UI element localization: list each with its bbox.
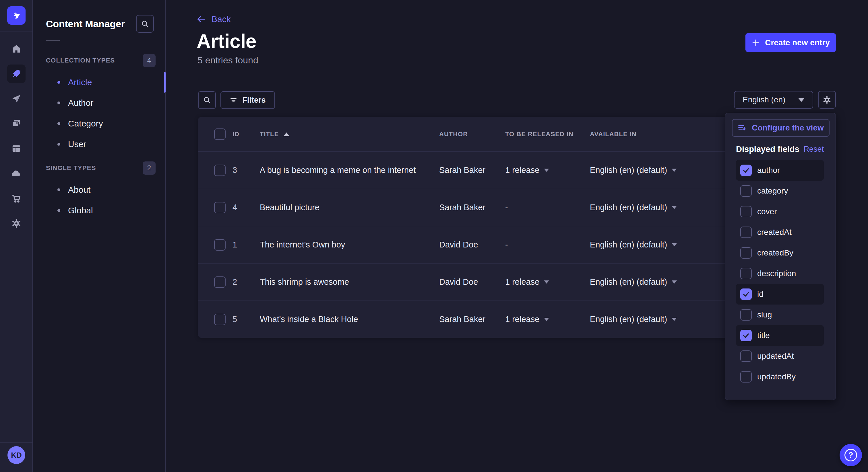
filters-label: Filters: [242, 96, 266, 105]
check-icon: [741, 186, 748, 193]
collection-types-section: COLLECTION TYPES 4 Article Author Catego…: [33, 54, 165, 155]
field-checkbox[interactable]: [740, 247, 752, 259]
sidebar-item[interactable]: User: [33, 134, 165, 155]
field-checkbox[interactable]: [740, 371, 752, 382]
rail-item-content-manager[interactable]: [7, 65, 26, 83]
field-toggle-row[interactable]: cover: [736, 201, 824, 222]
column-header-title[interactable]: TITLE: [260, 131, 439, 138]
field-checkbox[interactable]: [740, 330, 752, 341]
strapi-logo[interactable]: [7, 6, 26, 25]
table-row[interactable]: 5 What's inside a Black Hole Sarah Baker…: [198, 301, 727, 338]
field-checkbox[interactable]: [740, 185, 752, 197]
sidebar-item[interactable]: Category: [33, 113, 165, 134]
field-toggle-row[interactable]: createdAt: [736, 222, 824, 243]
configure-view-button[interactable]: Configure the view: [732, 119, 830, 137]
view-settings-button[interactable]: [818, 91, 836, 109]
chevron-down-icon: [672, 206, 677, 209]
field-checkbox[interactable]: [740, 289, 752, 300]
column-header-available[interactable]: AVAILABLE IN: [590, 131, 727, 138]
field-toggle-row[interactable]: updatedBy: [736, 367, 824, 387]
table-row[interactable]: 1 The internet's Own boy David Doe - Eng…: [198, 226, 727, 263]
cell-available[interactable]: English (en) (default): [590, 240, 727, 249]
field-checkbox[interactable]: [740, 309, 752, 321]
sidebar-search-button[interactable]: [136, 15, 154, 33]
field-checkbox[interactable]: [740, 165, 752, 176]
field-toggle-row[interactable]: description: [736, 263, 824, 284]
filters-button[interactable]: Filters: [220, 91, 275, 109]
sidebar-item[interactable]: Global: [33, 200, 165, 221]
field-checkbox[interactable]: [740, 268, 752, 279]
cell-released[interactable]: -: [505, 203, 590, 212]
cell-available[interactable]: English (en) (default): [590, 165, 727, 175]
collection-types-label: COLLECTION TYPES: [46, 57, 115, 64]
column-header-author[interactable]: AUTHOR: [439, 131, 505, 138]
help-button[interactable]: ?: [840, 444, 862, 466]
cell-released[interactable]: 1 release: [505, 314, 590, 324]
field-checkbox[interactable]: [740, 350, 752, 362]
back-link[interactable]: Back: [197, 14, 231, 24]
collection-types-count-badge: 4: [143, 54, 156, 67]
rail-item-home[interactable]: [7, 40, 26, 58]
chevron-down-icon: [672, 169, 677, 172]
rail-item-purchases[interactable]: [7, 189, 26, 208]
cell-released[interactable]: 1 release: [505, 277, 590, 287]
field-checkbox[interactable]: [740, 206, 752, 217]
row-checkbox[interactable]: [214, 239, 226, 250]
select-all-checkbox[interactable]: [214, 129, 226, 140]
rail-item-cloud[interactable]: [7, 164, 26, 183]
field-label: createdAt: [757, 228, 792, 237]
field-label: category: [757, 187, 788, 196]
bullet-icon: [57, 189, 60, 191]
row-checkbox[interactable]: [214, 202, 226, 213]
field-label: createdBy: [757, 248, 794, 258]
user-avatar[interactable]: KD: [7, 446, 25, 464]
cell-id: 4: [232, 203, 260, 212]
cell-available[interactable]: English (en) (default): [590, 314, 727, 324]
field-toggle-row[interactable]: title: [736, 325, 824, 346]
sidebar-item[interactable]: About: [33, 179, 165, 200]
sidebar-item-label: About: [68, 185, 90, 195]
row-checkbox[interactable]: [214, 165, 226, 176]
field-toggle-row[interactable]: author: [736, 160, 824, 181]
table-row[interactable]: 3 A bug is becoming a meme on the intern…: [198, 151, 727, 189]
cell-title: Beautiful picture: [260, 203, 439, 212]
rail-item-settings[interactable]: [7, 214, 26, 233]
chevron-down-icon: [798, 98, 805, 102]
field-toggle-row[interactable]: updatedAt: [736, 346, 824, 367]
rail-item-media-library[interactable]: [7, 114, 26, 133]
field-toggle-row[interactable]: slug: [736, 305, 824, 325]
active-item-indicator: [164, 72, 166, 93]
cell-available[interactable]: English (en) (default): [590, 203, 727, 212]
field-toggle-row[interactable]: createdBy: [736, 243, 824, 263]
table-row[interactable]: 4 Beautiful picture Sarah Baker - Englis…: [198, 189, 727, 226]
search-icon: [141, 20, 149, 28]
cell-released[interactable]: -: [505, 240, 590, 249]
rail-item-content-type-builder[interactable]: [7, 139, 26, 158]
table-search-button[interactable]: [198, 91, 216, 109]
cell-author: Sarah Baker: [439, 165, 505, 175]
create-new-entry-button[interactable]: Create new entry: [745, 33, 836, 52]
sidebar-item[interactable]: Author: [33, 93, 165, 113]
chevron-down-icon: [544, 280, 549, 283]
locale-select[interactable]: English (en): [734, 91, 813, 109]
reset-link[interactable]: Reset: [803, 145, 824, 154]
field-toggle-row[interactable]: category: [736, 181, 824, 201]
cell-title: This shrimp is awesome: [260, 277, 439, 287]
sidebar-item-label: Article: [68, 77, 92, 87]
cell-author: Sarah Baker: [439, 314, 505, 324]
cell-released[interactable]: 1 release: [505, 165, 590, 175]
displayed-fields-list: author category cover: [736, 160, 824, 387]
rail-item-releases[interactable]: [7, 90, 26, 108]
cell-available[interactable]: English (en) (default): [590, 277, 727, 287]
column-header-released[interactable]: TO BE RELEASED IN: [505, 131, 590, 138]
row-checkbox[interactable]: [214, 276, 226, 288]
sidebar-item[interactable]: Article: [33, 72, 165, 93]
cell-author: David Doe: [439, 277, 505, 287]
field-checkbox[interactable]: [740, 227, 752, 238]
row-checkbox[interactable]: [214, 314, 226, 325]
view-settings-popover: Configure the view Displayed fields Rese…: [725, 113, 836, 400]
table-row[interactable]: 2 This shrimp is awesome David Doe 1 rel…: [198, 263, 727, 301]
rail-divider-bottom: [0, 442, 32, 443]
column-header-id[interactable]: ID: [232, 131, 260, 138]
field-toggle-row[interactable]: id: [736, 284, 824, 305]
